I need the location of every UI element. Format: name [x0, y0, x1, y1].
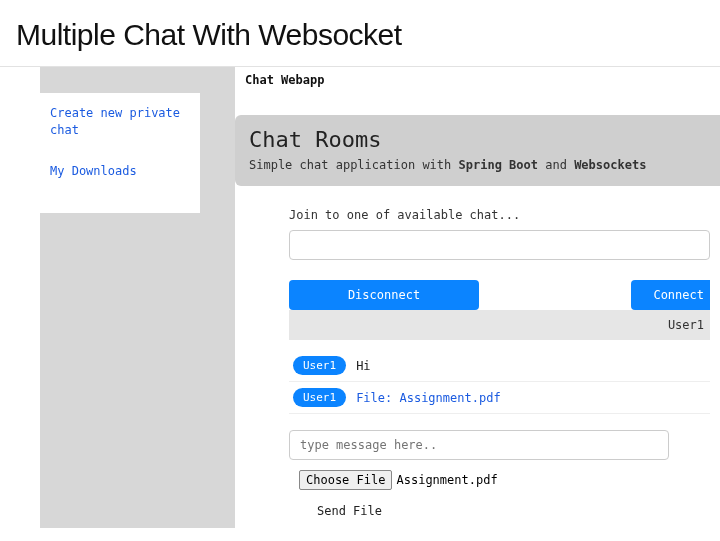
status-bar: User1	[289, 310, 710, 340]
compose-area: Choose File Assignment.pdf Send File	[289, 430, 710, 518]
sidebar-item-create-private-chat[interactable]: Create new private chat	[50, 99, 196, 145]
sidebar: Create new private chat My Downloads	[40, 67, 235, 528]
user-badge: User1	[293, 388, 346, 407]
message-input[interactable]	[289, 430, 669, 460]
message-row: User1 Hi	[289, 350, 710, 382]
message-list: User1 Hi User1 File: Assignment.pdf	[289, 350, 710, 414]
chosen-file-name: Assignment.pdf	[396, 473, 497, 487]
message-text: Hi	[356, 359, 370, 373]
content-area: Create new private chat My Downloads Cha…	[0, 67, 720, 528]
connect-button[interactable]: Connect	[631, 280, 710, 310]
message-file-link[interactable]: File: Assignment.pdf	[356, 391, 501, 405]
connection-button-row: Disconnect Connect	[289, 280, 710, 310]
app-name-label: Chat Webapp	[235, 67, 720, 95]
main-panel: Chat Webapp Chat Rooms Simple chat appli…	[235, 67, 720, 528]
sidebar-inner: Create new private chat My Downloads	[40, 93, 200, 213]
room-body: Join to one of available chat... Disconn…	[235, 186, 720, 528]
subtitle-mid: and	[538, 158, 574, 172]
user-badge: User1	[293, 356, 346, 375]
subtitle-bold-spring: Spring Boot	[459, 158, 538, 172]
current-user-label: User1	[668, 318, 704, 332]
join-label: Join to one of available chat...	[289, 208, 710, 222]
subtitle-prefix: Simple chat application with	[249, 158, 459, 172]
sidebar-item-my-downloads[interactable]: My Downloads	[50, 157, 196, 186]
file-row: Choose File Assignment.pdf	[289, 470, 710, 490]
rooms-title: Chat Rooms	[249, 127, 706, 152]
rooms-header: Chat Rooms Simple chat application with …	[235, 115, 720, 186]
disconnect-button[interactable]: Disconnect	[289, 280, 479, 310]
page-title: Multiple Chat With Websocket	[0, 0, 720, 67]
send-file-button[interactable]: Send File	[289, 504, 710, 518]
subtitle-bold-websockets: Websockets	[574, 158, 646, 172]
choose-file-button[interactable]: Choose File	[299, 470, 392, 490]
rooms-subtitle: Simple chat application with Spring Boot…	[249, 158, 706, 172]
room-select[interactable]	[289, 230, 710, 260]
message-row: User1 File: Assignment.pdf	[289, 382, 710, 414]
